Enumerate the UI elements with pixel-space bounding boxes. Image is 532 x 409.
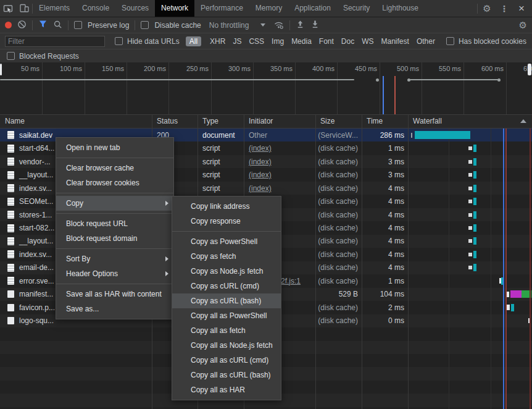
- size-cell: (disk cache): [315, 301, 362, 314]
- close-icon[interactable]: ×: [513, 0, 530, 17]
- tab-sources[interactable]: Sources: [115, 0, 155, 17]
- menu-item-copy-all-as-har[interactable]: Copy all as HAR: [172, 382, 281, 397]
- column-header-size[interactable]: Size: [315, 115, 367, 128]
- menu-item-copy-all-as-fetch[interactable]: Copy all as fetch: [172, 323, 281, 338]
- menu-item-copy-as-fetch[interactable]: Copy as fetch: [172, 249, 281, 264]
- document-file-icon: [7, 131, 14, 139]
- search-icon[interactable]: [53, 20, 62, 31]
- menu-item-copy-all-as-curl-cmd[interactable]: Copy all as cURL (cmd): [172, 353, 281, 368]
- filter-type-other[interactable]: Other: [417, 37, 435, 46]
- network-overview-timeline[interactable]: 50 ms100 ms150 ms200 ms250 ms300 ms350 m…: [0, 62, 532, 115]
- hide-data-urls-label: Hide data URLs: [127, 37, 180, 46]
- time-value: 3 ms: [388, 158, 404, 166]
- column-header-initiator[interactable]: Initiator: [244, 115, 320, 128]
- ruler-gridline: [42, 62, 43, 114]
- tab-console[interactable]: Console: [76, 0, 115, 17]
- column-header-time[interactable]: Time: [362, 115, 413, 128]
- waterfall-bar-teal: [473, 185, 476, 192]
- waterfall-bar-white: [528, 318, 530, 323]
- initiator-link[interactable]: (index): [249, 144, 272, 153]
- inspect-element-icon[interactable]: [0, 0, 16, 17]
- menu-item-block-request-domain[interactable]: Block request domain: [56, 231, 173, 246]
- panel-tabs: ElementsConsoleSourcesNetworkPerformance…: [33, 0, 425, 17]
- menu-item-copy-as-powershell[interactable]: Copy as PowerShell: [172, 234, 281, 249]
- throttling-select[interactable]: No throttling: [209, 21, 249, 30]
- menu-item-copy-all-as-node-js-fetch[interactable]: Copy all as Node.js fetch: [172, 338, 281, 353]
- menu-item-clear-browser-cookies[interactable]: Clear browser cookies: [56, 175, 173, 190]
- menu-item-block-request-url[interactable]: Block request URL: [56, 216, 173, 231]
- menu-item-save-as[interactable]: Save as...: [56, 301, 173, 316]
- network-conditions-icon[interactable]: [273, 20, 284, 31]
- column-header-name[interactable]: Name: [0, 115, 157, 128]
- menu-item-copy-as-node-js-fetch[interactable]: Copy as Node.js fetch: [172, 264, 281, 279]
- waterfall-bar-square: [468, 266, 472, 269]
- document-file-icon: [7, 171, 14, 179]
- filter-input[interactable]: [5, 36, 105, 47]
- time-cell: 4 ms: [362, 208, 408, 221]
- initiator-link[interactable]: (index): [249, 184, 272, 193]
- clear-network-log-icon[interactable]: [17, 20, 27, 31]
- initiator-cell: (index): [244, 182, 315, 195]
- submenu-arrow-icon: [165, 256, 168, 261]
- filter-type-ws[interactable]: WS: [362, 37, 373, 46]
- menu-item-clear-browser-cache[interactable]: Clear browser cache: [56, 161, 173, 175]
- filter-type-all[interactable]: All: [186, 36, 201, 46]
- disable-cache-checkbox[interactable]: [141, 21, 149, 29]
- tab-application[interactable]: Application: [288, 0, 337, 17]
- menu-item-copy-response[interactable]: Copy response: [172, 214, 281, 229]
- ruler-label: 550 ms: [426, 65, 461, 72]
- menu-item-copy-as-curl-cmd[interactable]: Copy as cURL (cmd): [172, 279, 281, 293]
- overview-scrollbar-left[interactable]: [0, 64, 2, 75]
- tab-lighthouse[interactable]: Lighthouse: [376, 0, 425, 17]
- filter-type-img[interactable]: Img: [272, 37, 284, 46]
- size-cell: (disk cache): [315, 221, 362, 234]
- menu-item-copy[interactable]: Copy: [56, 196, 173, 211]
- ruler-gridline: [337, 62, 338, 114]
- blocked-requests-checkbox[interactable]: [7, 52, 15, 60]
- size-cell: (disk cache): [315, 182, 362, 195]
- sort-ascending-icon[interactable]: [520, 119, 526, 123]
- preserve-log-checkbox[interactable]: [74, 21, 82, 29]
- tab-performance[interactable]: Performance: [194, 0, 249, 17]
- initiator-link[interactable]: 2f.js:1: [281, 277, 301, 285]
- menu-item-open-in-new-tab[interactable]: Open in new tab: [56, 140, 173, 155]
- time-value: 4 ms: [388, 263, 404, 272]
- filter-type-doc[interactable]: Doc: [341, 37, 354, 46]
- filter-type-xhr[interactable]: XHR: [210, 37, 225, 46]
- initiator-link[interactable]: (index): [249, 158, 272, 166]
- tab-memory[interactable]: Memory: [249, 0, 288, 17]
- hide-data-urls-checkbox[interactable]: [115, 37, 123, 45]
- column-header-type[interactable]: Type: [197, 115, 249, 128]
- import-har-icon[interactable]: [296, 20, 305, 31]
- menu-item-sort-by[interactable]: Sort By: [56, 251, 173, 266]
- initiator-link[interactable]: (index): [249, 171, 272, 179]
- menu-item-copy-link-address[interactable]: Copy link address: [172, 199, 281, 214]
- throttling-dropdown-caret-icon[interactable]: [260, 23, 265, 27]
- tab-security[interactable]: Security: [337, 0, 376, 17]
- menu-item-save-all-as-har-with-content[interactable]: Save all as HAR with content: [56, 287, 173, 301]
- size-value: (disk cache): [318, 303, 358, 312]
- record-network-log-icon[interactable]: [5, 22, 12, 28]
- export-har-icon[interactable]: [310, 20, 320, 31]
- filter-type-js[interactable]: JS: [233, 37, 241, 46]
- has-blocked-cookies-checkbox[interactable]: [446, 37, 454, 45]
- filter-toggle-icon[interactable]: [38, 20, 48, 30]
- tab-elements[interactable]: Elements: [33, 0, 76, 17]
- menu-item-copy-all-as-powershell[interactable]: Copy all as PowerShell: [172, 308, 281, 323]
- waterfall-bar-square: [468, 173, 472, 177]
- device-toolbar-icon[interactable]: [16, 0, 32, 17]
- network-settings-gear-icon[interactable]: ⚙: [519, 20, 527, 31]
- overview-scrollbar-thumb[interactable]: [528, 64, 531, 75]
- menu-item-copy-as-curl-bash[interactable]: Copy as cURL (bash): [172, 293, 281, 308]
- filter-type-css[interactable]: CSS: [249, 37, 264, 46]
- menu-item-copy-all-as-curl-bash[interactable]: Copy all as cURL (bash): [172, 368, 281, 382]
- filter-type-media[interactable]: Media: [291, 37, 312, 46]
- column-header-waterfall[interactable]: Waterfall: [408, 115, 532, 128]
- settings-gear-icon[interactable]: ⚙: [479, 0, 495, 17]
- menu-item-header-options[interactable]: Header Options: [56, 266, 173, 281]
- tab-network[interactable]: Network: [155, 0, 194, 17]
- filter-type-manifest[interactable]: Manifest: [381, 37, 409, 46]
- filter-type-font[interactable]: Font: [319, 37, 334, 46]
- more-options-icon[interactable]: ⋮: [496, 0, 512, 17]
- column-header-status[interactable]: Status: [152, 115, 202, 128]
